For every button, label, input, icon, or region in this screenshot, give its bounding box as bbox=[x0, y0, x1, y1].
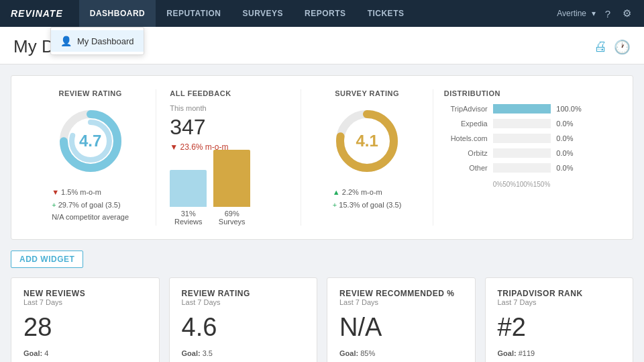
settings-icon[interactable]: ⚙ bbox=[620, 7, 633, 20]
person-icon: 👤 bbox=[60, 36, 72, 46]
nav-item-dashboard[interactable]: DASHBOARD bbox=[79, 0, 156, 27]
widget-card-title: REVIEW RATING bbox=[182, 289, 305, 298]
nav-user[interactable]: Avertine bbox=[557, 9, 586, 18]
widget-card-sub: Last 7 Days bbox=[23, 298, 147, 306]
distribution-row: Other 0.0% bbox=[444, 163, 582, 173]
distribution-row: Orbitz 0.0% bbox=[444, 148, 582, 158]
dist-label: Expedia bbox=[444, 120, 488, 128]
nav-item-reputation[interactable]: REPUTATION bbox=[156, 0, 231, 27]
widget-card-sub: Last 7 Days bbox=[498, 298, 621, 306]
dist-bar-track bbox=[493, 134, 551, 143]
all-feedback-value: 347 bbox=[170, 115, 205, 140]
nav-item-tickets[interactable]: TICKETS bbox=[357, 0, 415, 27]
all-feedback-section: ALL FEEDBACK This month 347 ▼ 23.6% m-o-… bbox=[156, 89, 301, 226]
dist-pct: 0.0% bbox=[556, 134, 582, 142]
survey-rating-stats: ▲ 2.2% m-o-m + 15.3% of goal (3.5) bbox=[333, 186, 401, 211]
dist-label: Hotels.com bbox=[444, 134, 488, 142]
main-content: REVIEW RATING 4.7 ▼ 1.5% m-o-m + 29.7% o… bbox=[0, 64, 644, 362]
page-header-icons: 🖨 🕐 bbox=[594, 39, 631, 55]
review-rating-stats: ▼ 1.5% m-o-m + 29.7% of goal (3.5) N/A c… bbox=[52, 186, 129, 224]
widget-card: TRIPADVISOR RANK Last 7 Days #2 Goal: #1… bbox=[485, 277, 634, 362]
surveys-bar-fill bbox=[213, 150, 250, 207]
review-rating-title: REVIEW RATING bbox=[58, 89, 121, 97]
nav-item-reports[interactable]: REPORTS bbox=[294, 0, 357, 27]
nav-items: DASHBOARD REPUTATION SURVEYS REPORTS TIC… bbox=[79, 0, 557, 27]
surveys-bar: 69% Surveys bbox=[213, 150, 250, 226]
reviews-bar: 31% Reviews bbox=[170, 170, 207, 226]
review-rating-value: 4.7 bbox=[79, 132, 101, 150]
logo: REVINATE bbox=[11, 8, 63, 19]
widget-card: REVIEW RECOMMENDED % Last 7 Days N/A Goa… bbox=[327, 277, 476, 362]
dist-bar-track bbox=[493, 148, 551, 158]
survey-rating-donut: 4.1 bbox=[330, 104, 404, 178]
dist-bar-fill bbox=[493, 104, 551, 114]
dist-label: Orbitz bbox=[444, 149, 488, 157]
distribution-row: TripAdvisor 100.0% bbox=[444, 104, 582, 114]
widget-meta: Goal: 4Competitor Avg: 25 bbox=[23, 347, 147, 362]
distribution-axis: 0% 50% 100% 150% bbox=[444, 181, 551, 188]
survey-rating-title: SURVEY RATING bbox=[335, 89, 399, 97]
help-icon[interactable]: ? bbox=[601, 7, 614, 20]
widget-card-title: TRIPADVISOR RANK bbox=[498, 289, 621, 298]
clock-icon[interactable]: 🕐 bbox=[614, 39, 631, 55]
add-widget-button[interactable]: ADD WIDGET bbox=[11, 251, 83, 268]
dashboard-dropdown: 👤 My Dashboard bbox=[50, 27, 144, 55]
dist-pct: 0.0% bbox=[556, 149, 582, 157]
survey-rating-section: SURVEY RATING 4.1 ▲ 2.2% m-o-m + 15.3% o… bbox=[301, 89, 433, 226]
top-widget-card: REVIEW RATING 4.7 ▼ 1.5% m-o-m + 29.7% o… bbox=[11, 75, 633, 240]
all-feedback-subtitle: This month bbox=[170, 104, 206, 112]
widget-card-title: REVIEW RECOMMENDED % bbox=[339, 289, 463, 298]
distribution-rows: TripAdvisor 100.0% Expedia 0.0% Hotels.c… bbox=[444, 104, 582, 178]
widget-card: NEW REVIEWS Last 7 Days 28 Goal: 4Compet… bbox=[11, 277, 160, 362]
dist-bar-track bbox=[493, 119, 551, 128]
distribution-row: Hotels.com 0.0% bbox=[444, 134, 582, 143]
widget-meta: Goal: 3.5Competitor Avg: 4.3 bbox=[182, 347, 305, 362]
nav-right: Avertine ▾ ? ⚙ bbox=[557, 7, 633, 20]
navbar: REVINATE DASHBOARD REPUTATION SURVEYS RE… bbox=[0, 0, 644, 27]
dist-bar-track bbox=[493, 163, 551, 173]
review-rating-section: REVIEW RATING 4.7 ▼ 1.5% m-o-m + 29.7% o… bbox=[25, 89, 156, 226]
bottom-widgets-grid: NEW REVIEWS Last 7 Days 28 Goal: 4Compet… bbox=[11, 277, 633, 362]
dist-bar-track bbox=[493, 104, 551, 114]
my-dashboard-item[interactable]: 👤 My Dashboard bbox=[51, 30, 144, 52]
widget-big-value: 4.6 bbox=[182, 313, 305, 342]
feedback-bar-chart: 31% Reviews 69% Surveys bbox=[170, 165, 250, 226]
widget-meta: Goal: 85%Competitor Avg: N/A bbox=[339, 347, 463, 362]
widget-meta: Goal: #119Last 30 Days: #2 bbox=[498, 347, 621, 362]
dist-pct: 0.0% bbox=[556, 120, 582, 128]
print-icon[interactable]: 🖨 bbox=[594, 39, 607, 55]
surveys-bar-label: 69% Surveys bbox=[213, 210, 250, 226]
review-rating-donut: 4.7 bbox=[54, 104, 127, 178]
widget-big-value: N/A bbox=[339, 313, 463, 342]
all-feedback-title: ALL FEEDBACK bbox=[170, 89, 231, 97]
reviews-bar-label: 31% Reviews bbox=[170, 210, 207, 226]
dist-pct: 100.0% bbox=[556, 105, 582, 113]
dist-pct: 0.0% bbox=[556, 164, 582, 172]
widget-card-sub: Last 7 Days bbox=[182, 298, 305, 306]
nav-item-surveys[interactable]: SURVEYS bbox=[231, 0, 294, 27]
dist-label: TripAdvisor bbox=[444, 105, 488, 113]
widget-big-value: 28 bbox=[23, 313, 147, 342]
widget-big-value: #2 bbox=[498, 313, 621, 342]
dist-label: Other bbox=[444, 164, 488, 172]
widget-card: REVIEW RATING Last 7 Days 4.6 Goal: 3.5C… bbox=[169, 277, 318, 362]
distribution-row: Expedia 0.0% bbox=[444, 119, 582, 128]
distribution-title: DISTRIBUTION bbox=[444, 89, 500, 97]
distribution-section: DISTRIBUTION TripAdvisor 100.0% Expedia … bbox=[433, 89, 619, 226]
survey-rating-value: 4.1 bbox=[356, 132, 378, 150]
widget-card-sub: Last 7 Days bbox=[339, 298, 463, 306]
widget-card-title: NEW REVIEWS bbox=[23, 289, 147, 298]
reviews-bar-fill bbox=[170, 170, 207, 207]
